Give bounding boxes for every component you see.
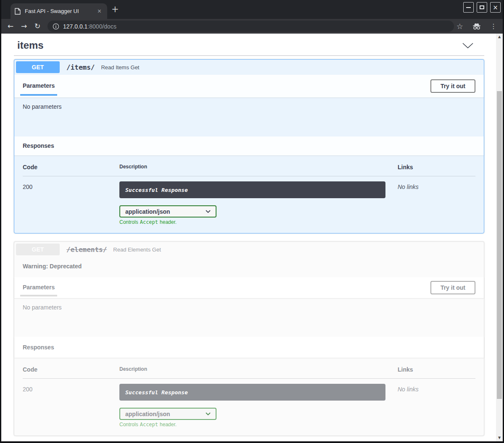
column-header-description: Description: [119, 366, 398, 378]
media-type-value: application/json: [125, 411, 170, 417]
response-description-box: Successful Response: [119, 181, 385, 198]
no-parameters-text: No parameters: [14, 298, 484, 337]
responses-body: Code Description Links 200 Successful Re…: [14, 358, 484, 435]
titlebar: Fast API - Swagger UI × + ×: [1, 0, 503, 19]
url-path: :8000/docs: [87, 23, 116, 30]
chevron-down-icon[interactable]: [462, 43, 473, 48]
document-icon: [15, 8, 21, 15]
accept-note-prefix: Controls: [119, 422, 138, 427]
column-header-description: Description: [119, 164, 398, 176]
opblock-get-items: GET /items/ Read Items Get Parameters Tr…: [14, 59, 484, 233]
browser-window: Fast API - Swagger UI × + × ← → ↻ 127.0.…: [0, 0, 504, 443]
accept-header-note: ControlsAcceptheader.: [119, 422, 398, 427]
tab-title: Fast API - Swagger UI: [25, 8, 96, 14]
try-it-out-button[interactable]: Try it out: [430, 79, 475, 93]
page-content: items GET /items/ Read Items Get Paramet…: [1, 34, 503, 441]
column-header-code: Code: [23, 164, 119, 176]
maximize-button[interactable]: [477, 2, 487, 13]
minimize-icon: [466, 7, 471, 8]
operation-summary[interactable]: GET /elements/ Read Elements Get: [14, 242, 484, 257]
response-description-text: Successful Response: [125, 389, 188, 396]
media-type-select[interactable]: application/json: [119, 408, 216, 420]
swagger-content: items GET /items/ Read Items Get Paramet…: [14, 34, 484, 436]
column-header-links: Links: [398, 366, 475, 378]
no-parameters-text: No parameters: [14, 97, 484, 136]
response-description-text: Successful Response: [125, 187, 188, 193]
active-tab-underline: [20, 295, 57, 296]
column-header-links: Links: [398, 164, 475, 176]
incognito-icon[interactable]: [472, 23, 482, 30]
bookmark-star-icon[interactable]: ☆: [457, 22, 463, 31]
browser-toolbar: ← → ↻ 127.0.0.1:8000/docs ☆ ⋮: [1, 19, 503, 34]
close-button[interactable]: ×: [490, 2, 501, 13]
parameters-label: Parameters: [23, 82, 55, 89]
opblock-get-elements-deprecated: GET /elements/ Read Elements Get Warning…: [14, 241, 484, 436]
accept-note-suffix: header.: [160, 422, 177, 427]
operation-description: Read Elements Get: [113, 246, 161, 253]
responses-header: Responses: [14, 337, 484, 358]
section-title: items: [17, 39, 44, 51]
tab-parameters[interactable]: Parameters: [23, 82, 55, 90]
response-description-cell: Successful Response application/json Con…: [119, 181, 398, 225]
select-chevron-icon: [206, 210, 211, 213]
parameters-header: Parameters Try it out: [14, 277, 484, 298]
back-button[interactable]: ←: [4, 23, 17, 30]
tag-section-header[interactable]: items: [14, 34, 484, 51]
method-badge: GET: [16, 244, 60, 255]
browser-tab[interactable]: Fast API - Swagger UI ×: [11, 3, 107, 19]
scrollbar-thumb[interactable]: [497, 91, 502, 399]
page-info-icon[interactable]: [53, 23, 59, 30]
operation-path: /elements/: [66, 246, 107, 254]
response-links: No links: [398, 384, 475, 427]
accept-note-prefix: Controls: [119, 219, 138, 225]
response-row-200: 200 Successful Response application/json…: [23, 176, 475, 225]
response-code: 200: [23, 181, 119, 225]
response-links: No links: [398, 181, 475, 225]
section-divider: [14, 55, 484, 56]
tab-close-icon[interactable]: ×: [96, 7, 103, 16]
scroll-down-icon[interactable]: ▼: [496, 435, 503, 440]
active-tab-underline: [20, 94, 57, 96]
address-bar[interactable]: 127.0.0.1:8000/docs: [47, 21, 454, 32]
response-description-box: Successful Response: [119, 384, 385, 401]
new-tab-button[interactable]: +: [111, 4, 119, 14]
select-chevron-icon: [206, 412, 211, 415]
method-badge: GET: [16, 61, 60, 73]
tab-parameters[interactable]: Parameters: [23, 284, 55, 291]
parameters-header: Parameters Try it out: [14, 75, 484, 97]
window-controls: ×: [463, 2, 501, 13]
operation-description: Read Items Get: [101, 64, 139, 71]
media-type-value: application/json: [125, 208, 170, 215]
forward-button[interactable]: →: [17, 23, 31, 30]
column-header-code: Code: [23, 366, 119, 378]
media-type-select[interactable]: application/json: [119, 205, 216, 218]
toolbar-right: ☆ ⋮: [457, 19, 497, 34]
url-text: 127.0.0.1:8000/docs: [63, 23, 116, 30]
minimize-button[interactable]: [463, 2, 474, 13]
browser-menu-icon[interactable]: ⋮: [490, 22, 497, 30]
try-it-out-button[interactable]: Try it out: [430, 281, 475, 294]
url-host: 127.0.0.1: [63, 23, 87, 30]
responses-body: Code Description Links 200 Successful Re…: [14, 155, 484, 233]
maximize-icon: [480, 5, 484, 9]
response-code: 200: [23, 384, 119, 427]
responses-header: Responses: [14, 136, 484, 155]
responses-table-head: Code Description Links: [23, 164, 475, 176]
response-row-200: 200 Successful Response application/json…: [23, 379, 475, 427]
close-icon: ×: [493, 4, 498, 11]
reload-button[interactable]: ↻: [31, 23, 44, 30]
parameters-label: Parameters: [23, 284, 55, 291]
deprecation-warning: Warning: Deprecated: [14, 257, 484, 277]
accept-header-note: ControlsAcceptheader.: [119, 219, 398, 225]
vertical-scrollbar[interactable]: ▲ ▼: [496, 34, 503, 441]
accept-note-code: Accept: [140, 219, 158, 225]
operation-path: /items/: [66, 63, 95, 71]
accept-note-code: Accept: [140, 422, 158, 427]
responses-table-head: Code Description Links: [23, 366, 475, 378]
scroll-up-icon[interactable]: ▲: [496, 34, 503, 39]
response-description-cell: Successful Response application/json Con…: [119, 384, 398, 427]
accept-note-suffix: header.: [160, 219, 177, 225]
operation-summary[interactable]: GET /items/ Read Items Get: [14, 60, 484, 75]
